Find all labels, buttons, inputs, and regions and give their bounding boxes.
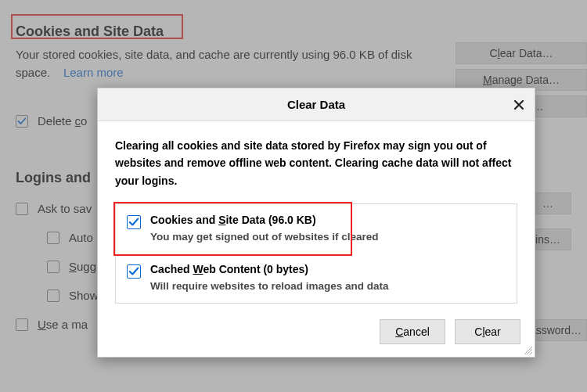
option-cache-checkbox[interactable]: [127, 264, 141, 279]
option-cache-title: Cached Web Content (0 bytes): [150, 263, 506, 275]
clear-data-dialog: Clear Data Clearing all cookies and site…: [97, 88, 535, 358]
option-cache-row: Cached Web Content (0 bytes) Will requir…: [116, 254, 517, 303]
option-cookies-row: Cookies and Site Data (96.0 KB) You may …: [116, 204, 517, 254]
dialog-title: Clear Data: [287, 98, 345, 111]
dialog-footer: Cancel Clear: [98, 307, 535, 357]
option-cookies-sub: You may get signed out of websites if cl…: [150, 231, 506, 243]
cancel-button[interactable]: Cancel: [380, 319, 445, 344]
resize-grip[interactable]: [523, 345, 532, 354]
option-cookies-title: Cookies and Site Data (96.0 KB): [150, 214, 506, 226]
dialog-message: Clearing all cookies and site data store…: [115, 137, 517, 189]
dialog-options: Cookies and Site Data (96.0 KB) You may …: [115, 203, 517, 304]
option-cache-sub: Will require websites to reload images a…: [150, 280, 506, 292]
clear-button[interactable]: Clear: [455, 319, 520, 344]
dialog-titlebar: Clear Data: [98, 88, 535, 121]
option-cookies-checkbox[interactable]: [127, 215, 141, 229]
dialog-body: Clearing all cookies and site data store…: [98, 121, 535, 307]
close-icon[interactable]: [511, 97, 527, 113]
option-cookies-texts: Cookies and Site Data (96.0 KB) You may …: [150, 214, 506, 243]
option-cache-texts: Cached Web Content (0 bytes) Will requir…: [150, 263, 506, 292]
